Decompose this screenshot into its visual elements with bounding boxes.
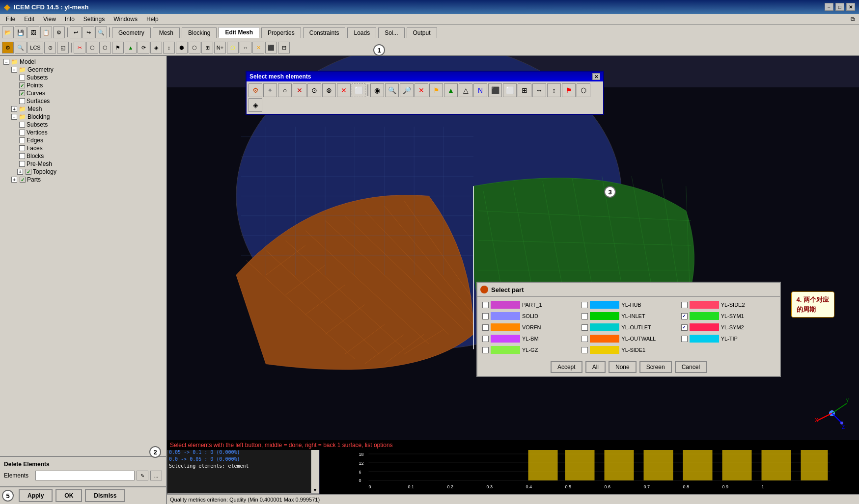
tab-mesh[interactable]: Mesh (153, 27, 180, 38)
tab-geometry[interactable]: Geometry (112, 27, 151, 38)
screen-btn[interactable]: Screen (639, 361, 672, 373)
close-button[interactable]: ✕ (846, 3, 855, 11)
tab-loads[interactable]: Loads (347, 27, 376, 38)
part-YL-SIDE1[interactable]: YL-SIDE1 (580, 345, 677, 355)
tb2-btn3[interactable]: ⊙ (44, 42, 56, 53)
apply-button[interactable]: Apply (19, 489, 53, 502)
tb-btn5[interactable]: ⚙ (53, 27, 65, 38)
minimize-button[interactable]: − (825, 3, 833, 11)
tb2-btn11[interactable]: ◈ (150, 42, 162, 53)
tab-sol[interactable]: Sol... (378, 27, 404, 38)
part-YL-SYM1[interactable]: YL-SYM1 (679, 311, 777, 321)
tb2-btn6[interactable]: ⬡ (86, 42, 98, 53)
cb-topology[interactable]: ✓ (26, 169, 31, 175)
accept-btn[interactable]: Accept (551, 361, 582, 373)
img-btn[interactable]: 🖼 (28, 27, 39, 38)
cb-faces[interactable] (19, 145, 25, 151)
tb2-btn4[interactable]: ◱ (57, 42, 69, 53)
menu-view[interactable]: View (39, 15, 60, 24)
smesh-btn2[interactable]: ✦ (263, 83, 277, 97)
tb2-btn21[interactable]: ⊟ (278, 42, 290, 53)
tb2-btn13[interactable]: ⬢ (176, 42, 188, 53)
cb-premesh[interactable] (19, 161, 25, 167)
expand-blocking[interactable]: − (11, 114, 17, 120)
tree-faces[interactable]: Faces (2, 144, 164, 152)
smesh-btn11[interactable]: 🔎 (400, 83, 414, 97)
cb-yloutlet[interactable] (582, 324, 588, 331)
tb-btn4[interactable]: 📋 (40, 27, 52, 38)
elements-more-btn[interactable]: ... (150, 471, 162, 480)
tree-geometry[interactable]: − 📁 Geometry (2, 66, 164, 74)
cb-ylside1[interactable] (582, 347, 588, 353)
menu-file[interactable]: File (2, 15, 19, 24)
cb-vorfn[interactable] (482, 324, 489, 331)
undo-btn[interactable]: ↩ (70, 27, 82, 38)
cb-surfaces[interactable] (19, 98, 25, 104)
open-btn[interactable]: 📂 (2, 27, 14, 38)
expand-mesh[interactable]: + (11, 106, 17, 112)
smesh-btn14[interactable]: ▲ (444, 83, 458, 97)
expand-parts[interactable]: + (11, 177, 17, 183)
ok-button[interactable]: OK (55, 489, 82, 502)
cb-ylsym2[interactable] (681, 324, 688, 331)
cb-edges[interactable] (19, 137, 25, 143)
part-PART_1[interactable]: PART_1 (480, 300, 578, 310)
tree-blocks[interactable]: Blocks (2, 152, 164, 160)
redo-btn[interactable]: ↪ (83, 27, 94, 38)
part-YL-GZ[interactable]: YL-GZ (480, 345, 578, 355)
expand-model[interactable]: − (3, 59, 9, 65)
tb2-btn2[interactable]: 🔍 (15, 42, 27, 53)
tb-btn6[interactable]: 🔍 (95, 27, 107, 38)
tb2-btn14[interactable]: ⬡ (189, 42, 200, 53)
smesh-btn7[interactable]: ✕ (337, 83, 351, 97)
smesh-btn5[interactable]: ⊙ (307, 83, 321, 97)
maximize-button[interactable]: □ (835, 3, 844, 11)
tb2-btn9[interactable]: ▲ (125, 42, 137, 53)
tb2-btn1[interactable]: ⚙ (2, 42, 14, 53)
tree-blocking[interactable]: − 📁 Blocking (2, 113, 164, 121)
cb-ylinlet[interactable] (582, 313, 588, 319)
tab-properties[interactable]: Properties (261, 27, 301, 38)
tree-subsets2[interactable]: Subsets (2, 121, 164, 129)
tb2-btn18[interactable]: ↔ (240, 42, 251, 53)
part-YL-SYM2[interactable]: YL-SYM2 (679, 322, 777, 332)
cb-part1[interactable] (482, 302, 489, 308)
part-YL-OUTLET[interactable]: YL-OUTLET (580, 322, 677, 332)
tb2-btn19[interactable]: ✕ (252, 42, 264, 53)
tree-parts[interactable]: + ✓ Parts (2, 176, 164, 184)
cb-vertices[interactable] (19, 130, 25, 135)
tree-vertices[interactable]: Vertices (2, 129, 164, 136)
part-YL-INLET[interactable]: YL-INLET (580, 311, 677, 321)
cb-yloutwall[interactable] (582, 336, 588, 342)
smesh-btn17[interactable]: ⬛ (488, 83, 502, 97)
part-SOLID[interactable]: SOLID (480, 311, 578, 321)
menu-info[interactable]: Info (61, 15, 79, 24)
smesh-btn1[interactable]: ⚙ (249, 83, 262, 97)
save-btn[interactable]: 💾 (15, 27, 27, 38)
smesh-btn16[interactable]: N (473, 83, 487, 97)
tb2-btn17[interactable]: ⬡ (227, 42, 239, 53)
cb-points[interactable]: ✓ (19, 82, 25, 88)
cb-curves[interactable]: ✓ (19, 90, 25, 96)
tree-premesh[interactable]: Pre-Mesh (2, 160, 164, 168)
cb-ylgz[interactable] (482, 347, 489, 353)
dismiss-button[interactable]: Dismiss (85, 489, 125, 502)
restore-icon[interactable]: ⧉ (849, 16, 857, 23)
tab-constraints[interactable]: Constraints (303, 27, 346, 38)
part-YL-TIP[interactable]: YL-TIP (679, 334, 777, 344)
smesh-btn20[interactable]: ↔ (532, 83, 546, 97)
cb-parts[interactable]: ✓ (20, 177, 26, 183)
tree-model[interactable]: − 📁 Model (2, 58, 164, 66)
menu-windows[interactable]: Windows (110, 15, 141, 24)
smesh-btn4[interactable]: ✕ (293, 83, 306, 97)
expand-topology[interactable]: + (17, 169, 23, 175)
tree-points[interactable]: ✓ Points (2, 81, 164, 89)
tab-output[interactable]: Output (407, 27, 437, 38)
smesh-btn8[interactable]: ⬜ (352, 83, 365, 97)
expand-geometry[interactable]: − (11, 67, 17, 73)
tab-editmesh[interactable]: Edit Mesh (219, 27, 259, 38)
all-btn[interactable]: All (585, 361, 606, 373)
cb-ylhub[interactable] (582, 302, 588, 308)
cb-solid[interactable] (482, 313, 489, 319)
smesh-btn3[interactable]: ○ (278, 83, 292, 97)
